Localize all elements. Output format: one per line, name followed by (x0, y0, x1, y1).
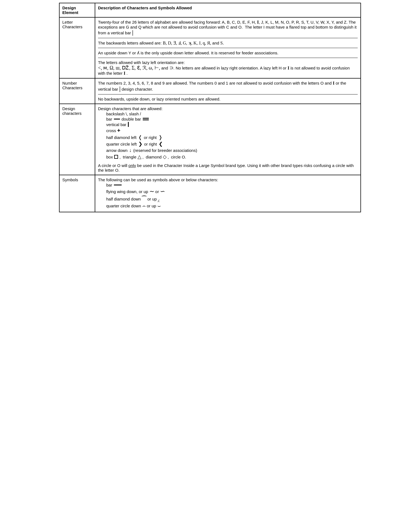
letter-I-text: The letter I (245, 25, 265, 29)
flying-wing-line: flying wing down, or up ∼ or ∽ (106, 188, 358, 195)
header-description: Description of Characters and Symbols Al… (95, 3, 361, 17)
cross-icon: + (117, 127, 121, 134)
flying-wing-label: flying wing down, or up (106, 189, 148, 194)
number-vbar: | (119, 86, 121, 92)
letter-characters-desc: Twenty-four of the 26 letters of alphabe… (95, 17, 361, 78)
half-diamond-symbol-label: half diamond down (106, 197, 141, 201)
comma-1: , (119, 155, 122, 159)
vert-bar-label: vertical bar (106, 122, 126, 127)
half-diamond-label: half diamond left (106, 135, 136, 140)
or-text-3: or (155, 189, 159, 194)
lazy-I: I (288, 66, 289, 70)
number-I-ref: I (333, 81, 334, 85)
box-icon (114, 155, 118, 159)
cross-line: cross + (106, 127, 358, 134)
header-design-element: Design Element (59, 3, 95, 17)
table-row-letter-characters: LetterCharacters Twenty-four of the 26 l… (59, 17, 361, 78)
arrow-reserved-text: (reserved for breeder associations) (133, 148, 197, 153)
quarter-circle-line: quarter circle left ❯ or right ❮ (106, 141, 358, 147)
triangle-icon: △ (138, 154, 141, 160)
circle-label: circle O. (171, 155, 186, 159)
vertical-bar-line: vertical bar (106, 122, 358, 127)
bar-doublebar-line: bar double bar (106, 117, 358, 121)
half-diamond-up-icon: ⁁ (158, 196, 159, 202)
arrow-down-label: arrow down (106, 148, 128, 153)
or-text-1: or right (144, 135, 157, 140)
double-bar-icon (143, 118, 149, 120)
and-text: and (336, 20, 343, 24)
letter-section-3: An upside down Y or ʎ is the only upside… (98, 48, 358, 55)
symbols-label: Symbols (59, 175, 95, 212)
design-characters-label: Designcharacters (59, 104, 95, 175)
or-text-2: or right (144, 142, 157, 146)
letter-section-4: The letters allowed with lazy left orien… (98, 58, 358, 76)
backward-chars: B, D, Ǝ, Ⅎ, G, ʞ, K, J, q, Я, (163, 41, 211, 45)
vert-bar-design-icon (128, 122, 129, 127)
half-diamond-symbol-line: half diamond down ⁀ or up ⁁ (106, 196, 358, 202)
half-diamond-left-icon: ❬ (138, 134, 142, 140)
arrow-down-icon: ↓ (129, 147, 132, 153)
table-row-symbols: Symbols The following can be used as sym… (59, 175, 361, 212)
number-section-2: No backwards, upside down, or lazy orien… (98, 94, 358, 101)
quarter-circle-up-icon: ⌣ (157, 203, 161, 209)
box-label: box (106, 155, 113, 159)
symbols-desc: The following can be used as symbols abo… (95, 175, 361, 212)
backward-S: S. (220, 41, 224, 45)
diamond-icon: ◇ (163, 154, 167, 160)
symbol-bar-icon (114, 185, 122, 185)
triangle-label: triangle (123, 155, 136, 159)
vertical-bar-char: | (132, 29, 133, 35)
symbol-bar-line: bar (106, 183, 358, 187)
half-diamond-right-icon: ❭ (158, 134, 163, 140)
circle-note: A circle or O will only be used in the C… (98, 163, 358, 172)
flying-wing-up-icon: ∽ (160, 188, 165, 195)
symbols-intro: The following can be used as symbols abo… (98, 177, 358, 182)
only-underline: only (128, 163, 136, 168)
lazy-chars: <, ᴍ, Ω, ш, Ǆ, Σ, Ԑ, ℛ, ω, ⊢, (98, 65, 160, 71)
flying-wing-down-icon: ∼ (149, 188, 154, 195)
number-characters-label: NumberCharacters (59, 78, 95, 104)
letter-section-2: The backwards letters allowed are: B, D,… (98, 38, 358, 46)
diamond-label: diamond (146, 155, 162, 159)
cross-label: cross (106, 128, 116, 133)
half-diamond-line: half diamond left ❬ or right ❭ (106, 134, 358, 140)
arrow-down-line: arrow down ↓ (reserved for breeder assoc… (106, 147, 358, 153)
backslash-slash: backslash \, slash / (106, 112, 358, 116)
lazy-supset: ⊃ (169, 65, 173, 71)
letter-characters-label: LetterCharacters (59, 17, 95, 78)
quarter-circle-left-icon: ❯ (138, 141, 142, 147)
exceptions-text: The exceptions (98, 20, 356, 29)
letter-I-ref: I (124, 71, 125, 76)
or-text-4: or up (147, 197, 157, 201)
symbol-bar-label: bar (106, 183, 112, 187)
number-section-1: The numbers 2, 3, 4, 5, 6, 7, 8 and 9 ar… (98, 81, 358, 92)
quarter-circle-symbol-label: quarter circle down (106, 204, 141, 208)
quarter-circle-right-icon: ❮ (159, 141, 163, 147)
quarter-circle-symbol-line: quarter circle down ⌢ or up ⌣ (106, 203, 358, 209)
upside-down-Y: ʎ (137, 51, 139, 55)
and-text-2: and (212, 41, 219, 45)
comma-2: , (142, 155, 145, 159)
quarter-circle-down-icon: ⌢ (142, 203, 146, 209)
or-text-5: or up (147, 204, 156, 208)
number-characters-desc: The numbers 2, 3, 4, 5, 6, 7, 8 and 9 ar… (95, 78, 361, 104)
half-diamond-down-icon: ⁀ (142, 196, 146, 202)
design-intro: Design characters that are allowed: (98, 106, 358, 111)
design-characters-desc: Design characters that are allowed: back… (95, 104, 361, 175)
double-bar-label: double bar (122, 117, 141, 121)
bar-icon (114, 119, 120, 119)
bar-label: bar (106, 117, 112, 121)
table-row-number-characters: NumberCharacters The numbers 2, 3, 4, 5,… (59, 78, 361, 104)
quarter-circle-label: quarter circle left (106, 142, 137, 146)
serif-I: I (257, 20, 259, 24)
comma-3: , (168, 155, 170, 159)
letter-section-1: Twenty-four of the 26 letters of alphabe… (98, 20, 358, 36)
shapes-line: box , triangle △, diamond ◇, circle O. (106, 154, 358, 160)
table-row-design-characters: Designcharacters Design characters that … (59, 104, 361, 175)
